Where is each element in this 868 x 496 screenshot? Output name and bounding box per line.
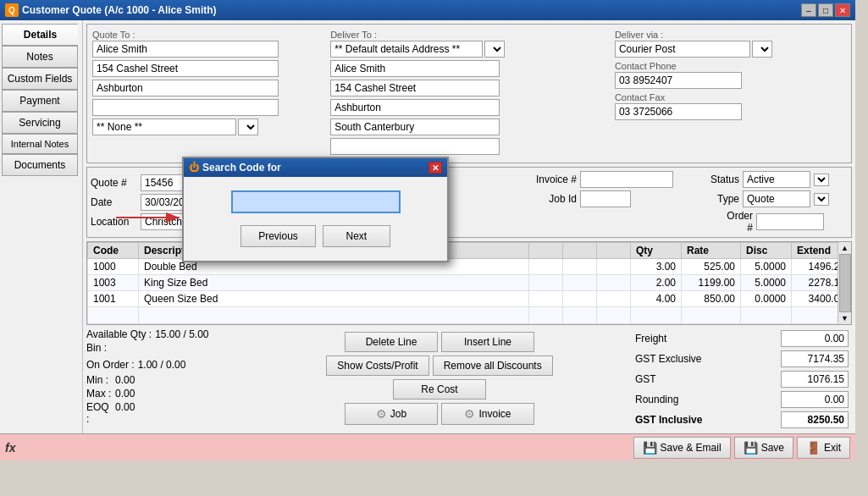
tab-notes[interactable]: Notes — [2, 46, 78, 68]
save-button[interactable]: 💾 Save — [734, 437, 793, 459]
deliver-via-input[interactable]: Courier Post — [615, 41, 750, 58]
save-email-icon: 💾 — [643, 441, 657, 455]
search-dialog: ⏻ Search Code for ✕ Previous Next — [182, 157, 449, 262]
eoq-label: EOQ : — [86, 401, 112, 425]
tab-details[interactable]: Details — [2, 24, 78, 46]
save-email-button[interactable]: 💾 Save & Email — [633, 437, 731, 459]
tab-documents[interactable]: Documents — [2, 154, 78, 176]
quote-to-section: Quote To : Alice Smith 154 Cashel Street… — [92, 30, 323, 157]
deliver-to-dropdown[interactable]: ▼ — [484, 41, 505, 58]
col-empty1 — [529, 243, 563, 259]
deliver-to-address1[interactable]: Alice Smith — [330, 60, 500, 77]
app-icon: Q — [5, 3, 19, 17]
remove-discounts-button[interactable]: Remove all Discounts — [433, 355, 553, 376]
status-dropdown[interactable]: ▼ — [814, 174, 829, 186]
min-value: 0.00 — [115, 374, 135, 386]
close-button[interactable]: ✕ — [835, 3, 850, 17]
deliver-to-address4[interactable]: South Canterbury — [330, 118, 500, 135]
top-form-section: Quote To : Alice Smith 154 Cashel Street… — [86, 24, 852, 163]
cell-e3 — [597, 291, 631, 307]
type-label: Type — [705, 193, 739, 205]
tab-servicing[interactable]: Servicing — [2, 112, 78, 134]
search-input[interactable] — [231, 190, 401, 213]
rounding-input[interactable]: 0.00 — [781, 391, 849, 408]
tab-custom-fields[interactable]: Custom Fields — [2, 68, 78, 90]
invoice-button[interactable]: ⚙ Invoice — [441, 403, 534, 425]
dialog-title: Search Code for — [202, 162, 281, 174]
max-label: Max : — [86, 388, 112, 400]
sidebar: Details Notes Custom Fields Payment Serv… — [0, 20, 83, 433]
max-value: 0.00 — [115, 388, 135, 400]
quote-to-dropdown-select[interactable]: ▼ — [238, 118, 258, 135]
cell-rate: 1199.00 — [682, 275, 741, 291]
type-input[interactable]: Quote — [743, 190, 810, 207]
avail-qty-label: Available Qty : — [86, 328, 152, 340]
previous-button[interactable]: Previous — [240, 225, 316, 247]
next-button[interactable]: Next — [323, 225, 390, 247]
cell-disc: 5.0000 — [741, 259, 792, 275]
contact-fax-input[interactable]: 03 3725066 — [615, 103, 742, 120]
show-costs-profit-button[interactable]: Show Costs/Profit — [326, 355, 428, 376]
quote-to-address2[interactable]: Ashburton — [92, 80, 279, 96]
cell-code: 1000 — [88, 259, 139, 275]
exit-button[interactable]: 🚪 Exit — [797, 437, 850, 459]
cell-e1 — [529, 275, 563, 291]
table-scrollbar[interactable]: ▲ ▼ — [838, 242, 851, 324]
order-label: Order # — [719, 210, 753, 234]
maximize-button[interactable]: □ — [818, 3, 833, 17]
contact-fax-label: Contact Fax — [615, 92, 846, 102]
quote-to-label: Quote To : — [92, 30, 323, 40]
deliver-to-section: Deliver To : ** Default details Address … — [330, 30, 608, 157]
contact-phone-input[interactable]: 03 8952407 — [615, 72, 742, 89]
eoq-value: 0.00 — [115, 401, 135, 425]
deliver-to-name[interactable]: ** Default details Address ** — [330, 41, 483, 58]
deliver-to-address5[interactable] — [330, 138, 500, 155]
quote-to-address3[interactable] — [92, 99, 279, 116]
job-id-input[interactable] — [580, 190, 631, 207]
deliver-to-label: Deliver To : — [330, 30, 608, 40]
gst-exclusive-input[interactable]: 7174.35 — [781, 350, 849, 367]
job-button[interactable]: ⚙ Job — [345, 403, 438, 425]
status-label: Status — [705, 174, 739, 185]
quote-to-address1[interactable]: 154 Cashel Street — [92, 60, 279, 77]
gst-inclusive-label: GST Inclusive — [635, 414, 702, 426]
cell-code: 1003 — [88, 275, 139, 291]
bottom-section: Available Qty : 15.00 / 5.00 Bin : On Or… — [86, 328, 852, 430]
deliver-to-address2[interactable]: 154 Cashel Street — [330, 80, 500, 96]
cell-qty: 3.00 — [631, 259, 682, 275]
dialog-titlebar: ⏻ Search Code for ✕ — [184, 158, 447, 177]
table-row[interactable]: 1003 King Size Bed 2.00 1199.00 5.0000 2… — [88, 275, 851, 291]
col-disc: Disc — [741, 243, 792, 259]
action-buttons: Delete Line Insert Line Show Costs/Profi… — [252, 328, 627, 425]
col-empty3 — [597, 243, 631, 259]
delete-line-button[interactable]: Delete Line — [345, 332, 438, 352]
cell-e1 — [529, 259, 563, 275]
min-label: Min : — [86, 374, 112, 386]
main-window: Q Customer Quote (A/c 1000 - Alice Smith… — [0, 0, 855, 460]
order-input[interactable] — [756, 213, 824, 230]
dialog-close-button[interactable]: ✕ — [428, 162, 442, 174]
deliver-to-address3[interactable]: Ashburton — [330, 99, 500, 116]
tab-internal-notes[interactable]: Internal Notes — [2, 134, 78, 154]
save-icon: 💾 — [744, 441, 758, 455]
status-input[interactable]: Active — [743, 171, 810, 188]
gst-inclusive-input[interactable]: 8250.50 — [781, 411, 849, 428]
invoice-input[interactable] — [580, 171, 673, 188]
tab-payment[interactable]: Payment — [2, 90, 78, 112]
minimize-button[interactable]: – — [801, 3, 816, 17]
window-title: Customer Quote (A/c 1000 - Alice Smith) — [22, 4, 217, 16]
re-cost-button[interactable]: Re Cost — [393, 379, 486, 400]
deliver-via-dropdown[interactable]: ▼ — [752, 41, 772, 58]
insert-line-button[interactable]: Insert Line — [441, 332, 534, 352]
cell-desc: Queen Size Bed — [139, 291, 529, 307]
bin-label: Bin : — [86, 342, 107, 354]
gst-input[interactable]: 1076.15 — [781, 371, 849, 388]
quote-to-name[interactable]: Alice Smith — [92, 41, 279, 58]
type-dropdown[interactable]: ▼ — [814, 193, 829, 206]
quote-num-label: Quote # — [91, 177, 137, 189]
cell-rate: 525.00 — [682, 259, 741, 275]
cell-qty: 4.00 — [631, 291, 682, 307]
quote-to-dropdown-input[interactable]: ** None ** — [92, 118, 236, 135]
table-row[interactable]: 1001 Queen Size Bed 4.00 850.00 0.0000 3… — [88, 291, 851, 307]
freight-input[interactable]: 0.00 — [781, 330, 849, 347]
